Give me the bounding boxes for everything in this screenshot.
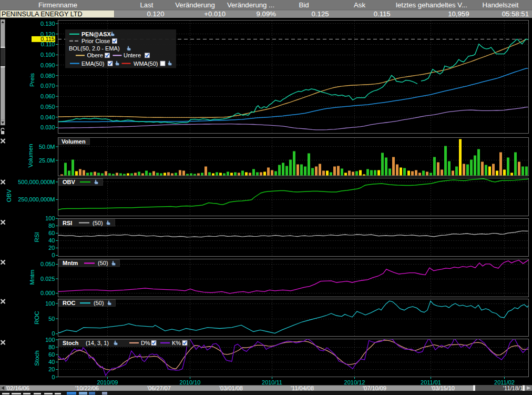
svg-text:K%: K% xyxy=(172,340,181,346)
svg-text:WMA(50): WMA(50) xyxy=(134,60,158,67)
svg-text:50: 50 xyxy=(48,316,55,322)
svg-text:ROC: ROC xyxy=(34,311,40,325)
svg-text:50.0M: 50.0M xyxy=(39,144,55,150)
svg-text:Ask: Ask xyxy=(354,1,365,9)
svg-text:(50): (50) xyxy=(94,300,104,306)
svg-text:2010/11: 2010/11 xyxy=(262,379,282,386)
svg-text:Untere: Untere xyxy=(124,52,141,58)
svg-text:OBV: OBV xyxy=(63,179,76,185)
svg-text:'02/16/06: '02/16/06 xyxy=(6,385,29,391)
svg-text:0.100: 0.100 xyxy=(40,52,55,58)
svg-text:80: 80 xyxy=(48,222,55,229)
svg-text:0: 0 xyxy=(52,374,55,380)
svg-text:0.130: 0.130 xyxy=(40,21,55,27)
svg-text:RSI: RSI xyxy=(63,220,72,226)
svg-text:Preis: Preis xyxy=(29,73,35,87)
svg-text:Volumen: Volumen xyxy=(62,138,86,145)
svg-text:0.115: 0.115 xyxy=(40,36,55,42)
svg-text:(50): (50) xyxy=(93,220,103,226)
svg-text:+0.010: +0.010 xyxy=(204,10,226,18)
svg-text:2010/09: 2010/09 xyxy=(97,379,118,386)
svg-text:Obere: Obere xyxy=(87,52,104,58)
svg-text:Bid: Bid xyxy=(299,1,309,9)
svg-text:25.0M: 25.0M xyxy=(39,157,55,164)
svg-text:20: 20 xyxy=(48,245,55,251)
svg-text:Firmenname: Firmenname xyxy=(38,1,77,9)
svg-text:Stoch: Stoch xyxy=(34,350,40,366)
svg-text:Mntm: Mntm xyxy=(63,260,78,266)
svg-text:0.115: 0.115 xyxy=(374,10,391,18)
svg-text:40: 40 xyxy=(48,359,55,365)
svg-text:Handelszeit: Handelszeit xyxy=(483,1,519,9)
svg-text:250,000,000M: 250,000,000M xyxy=(18,196,55,202)
svg-text:Veränderung ...: Veränderung ... xyxy=(227,1,274,9)
svg-text:'10/22/06: '10/22/06 xyxy=(75,385,99,391)
svg-text:Stoch: Stoch xyxy=(63,340,79,346)
svg-text:0.070: 0.070 xyxy=(40,83,55,89)
svg-text:9.09%: 9.09% xyxy=(257,10,277,18)
svg-text:20: 20 xyxy=(48,366,55,372)
svg-text:OBV: OBV xyxy=(6,189,12,202)
svg-text:40: 40 xyxy=(48,237,55,244)
svg-text:0.025: 0.025 xyxy=(40,276,55,282)
svg-text:05:58:51: 05:58:51 xyxy=(502,10,529,18)
svg-text:'06/27/07: '06/27/07 xyxy=(147,385,171,391)
svg-text:0.050: 0.050 xyxy=(40,261,55,267)
svg-text:Veränderung: Veränderung xyxy=(175,1,215,9)
svg-text:0.120: 0.120 xyxy=(147,10,164,18)
svg-text:Mntm: Mntm xyxy=(29,270,35,285)
svg-text:'03/15/10: '03/15/10 xyxy=(431,385,455,391)
svg-text:0.090: 0.090 xyxy=(40,62,55,68)
svg-text:D%: D% xyxy=(141,340,150,346)
svg-text:'07/10/09: '07/10/09 xyxy=(363,385,386,391)
svg-text:PEN@ASX: PEN@ASX xyxy=(81,31,111,37)
svg-text:(50): (50) xyxy=(98,260,108,266)
svg-text:0: 0 xyxy=(52,252,55,258)
svg-text:0.000: 0.000 xyxy=(40,290,55,296)
svg-text:0: 0 xyxy=(52,330,55,337)
svg-text:Last: Last xyxy=(140,1,154,9)
svg-text:100: 100 xyxy=(45,337,55,343)
svg-text:'11/04/08: '11/04/08 xyxy=(291,385,314,391)
svg-text:BOL(50, 2.0 - EMA): BOL(50, 2.0 - EMA) xyxy=(69,45,120,52)
svg-text:'03/01/08: '03/01/08 xyxy=(219,385,243,391)
svg-text:80: 80 xyxy=(48,344,55,350)
svg-text:2010/12: 2010/12 xyxy=(344,379,365,386)
svg-text:10,959: 10,959 xyxy=(448,10,469,18)
svg-text:Prior Close: Prior Close xyxy=(81,38,110,44)
svg-text:0.050: 0.050 xyxy=(40,104,55,110)
svg-text:EMA(50): EMA(50) xyxy=(81,60,104,67)
svg-text:500,000,000M: 500,000,000M xyxy=(18,179,55,185)
svg-text:0.080: 0.080 xyxy=(40,73,55,79)
svg-text:60: 60 xyxy=(48,230,55,236)
svg-text:60: 60 xyxy=(48,351,55,358)
svg-text:100: 100 xyxy=(45,300,55,307)
svg-text:0.040: 0.040 xyxy=(40,114,55,120)
svg-text:0.060: 0.060 xyxy=(40,93,55,99)
svg-text:PENINSULA ENERGY LTD: PENINSULA ENERGY LTD xyxy=(2,11,83,18)
svg-text:0.030: 0.030 xyxy=(40,124,55,130)
svg-text:letztes gehandeltes V...: letztes gehandeltes V... xyxy=(396,1,467,9)
svg-text:2010/10: 2010/10 xyxy=(180,379,201,386)
svg-text:0.125: 0.125 xyxy=(312,10,329,18)
svg-text:100: 100 xyxy=(45,215,55,221)
svg-text:ROC: ROC xyxy=(63,300,76,306)
svg-text:Volumen: Volumen xyxy=(27,144,34,168)
svg-text:(14, 3, 1): (14, 3, 1) xyxy=(86,340,109,346)
svg-text:'11/18/1: '11/18/1 xyxy=(503,385,523,391)
svg-text:RSI: RSI xyxy=(34,232,40,242)
